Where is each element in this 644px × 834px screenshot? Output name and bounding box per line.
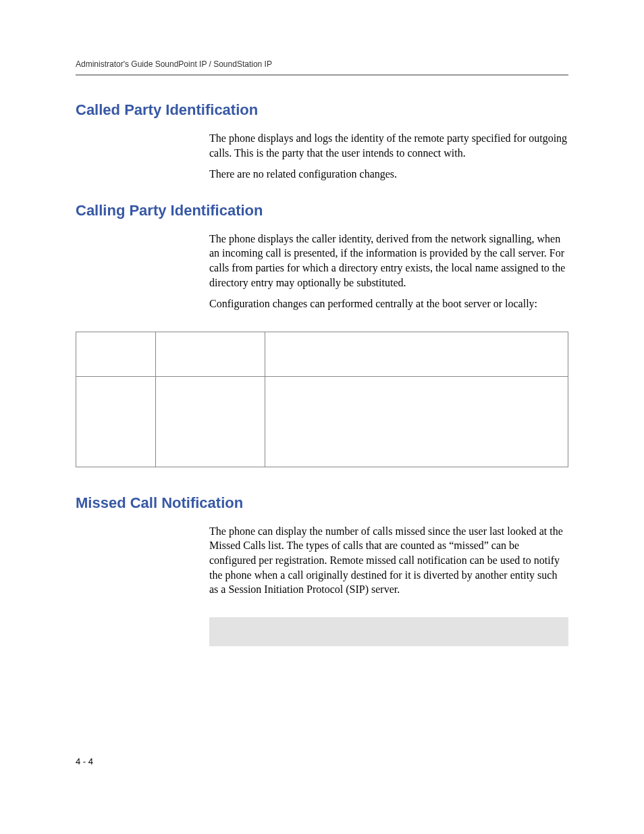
paragraph: Configuration changes can performed cent… xyxy=(209,296,568,311)
table-cell xyxy=(265,332,568,376)
note-box xyxy=(209,617,568,646)
config-table xyxy=(76,332,568,467)
table-cell xyxy=(156,332,265,376)
body-missed-call: The phone can display the number of call… xyxy=(209,524,568,597)
table-cell xyxy=(265,376,568,467)
table-row xyxy=(76,332,568,376)
table-cell xyxy=(156,376,265,467)
heading-calling-party: Calling Party Identification xyxy=(76,202,568,219)
table-cell xyxy=(76,376,156,467)
body-calling-party: The phone displays the caller identity, … xyxy=(209,232,568,311)
paragraph: There are no related configuration chang… xyxy=(209,167,568,182)
running-header: Administrator's Guide SoundPoint IP / So… xyxy=(76,59,568,76)
paragraph: The phone displays and logs the identity… xyxy=(209,131,568,160)
heading-called-party: Called Party Identification xyxy=(76,101,568,119)
table-cell xyxy=(76,332,156,376)
paragraph: The phone can display the number of call… xyxy=(209,524,568,597)
body-called-party: The phone displays and logs the identity… xyxy=(209,131,568,182)
heading-missed-call: Missed Call Notification xyxy=(76,494,568,512)
page-number: 4 - 4 xyxy=(76,756,93,766)
paragraph: The phone displays the caller identity, … xyxy=(209,232,568,290)
table-row xyxy=(76,376,568,467)
